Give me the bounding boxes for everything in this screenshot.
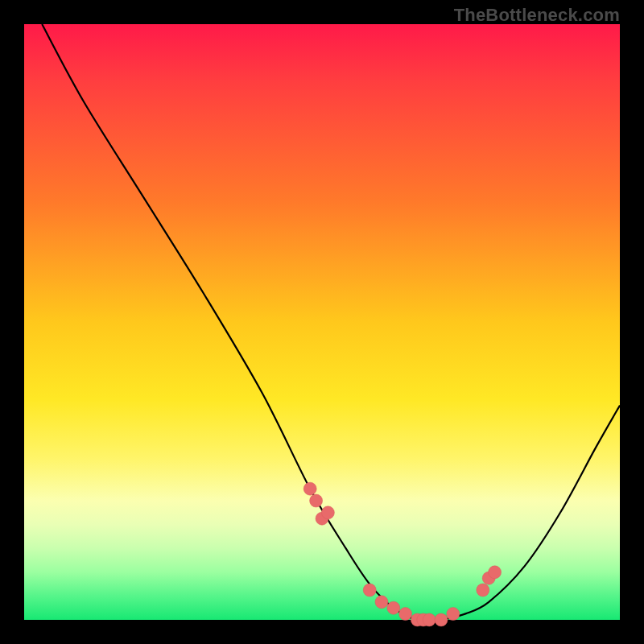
benchmark-dot: [387, 601, 400, 614]
benchmark-dot: [399, 608, 412, 621]
benchmark-dot: [489, 566, 502, 579]
benchmark-dots: [303, 482, 501, 626]
benchmark-dot: [375, 596, 388, 609]
bottleneck-curve: [42, 24, 620, 621]
benchmark-dot: [321, 506, 334, 519]
watermark-label: TheBottleneck.com: [454, 5, 620, 26]
benchmark-dot: [447, 608, 460, 621]
benchmark-dot: [363, 584, 376, 597]
benchmark-dot: [310, 494, 323, 507]
benchmark-dot: [435, 613, 448, 626]
chart-frame: TheBottleneck.com: [0, 0, 644, 644]
benchmark-dot: [303, 482, 316, 495]
benchmark-dot: [423, 613, 436, 626]
chart-plot-area: [24, 24, 620, 620]
chart-svg: [24, 24, 620, 620]
benchmark-dot: [477, 584, 489, 597]
